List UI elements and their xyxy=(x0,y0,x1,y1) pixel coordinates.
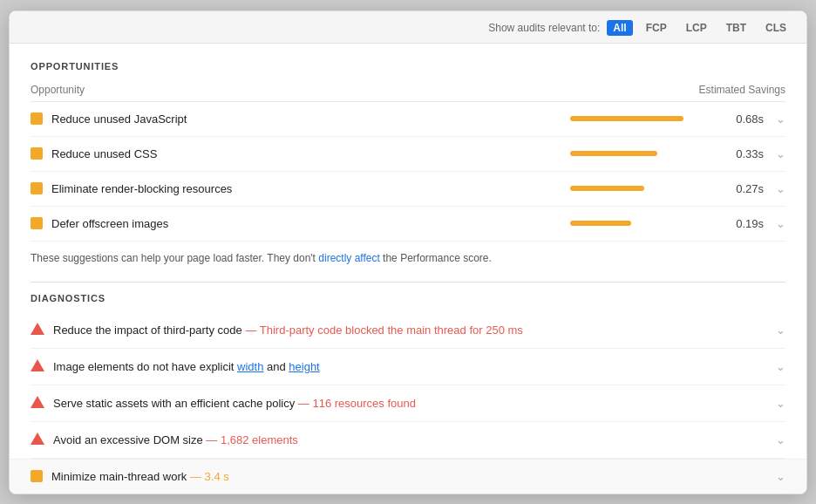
orange-square-icon xyxy=(31,470,43,482)
opp-bar-2 xyxy=(570,151,657,156)
suggestions-text: These suggestions can help your page loa… xyxy=(31,242,785,271)
opp-icon-2 xyxy=(31,147,43,160)
diag-chevron-2: ⌄ xyxy=(776,360,785,373)
col-opportunity: Opportunity xyxy=(31,84,85,96)
bottom-label: Minimize main-thread work — 3.4 s xyxy=(51,470,764,483)
diag-chevron-3: ⌄ xyxy=(776,397,785,410)
opp-bar-container-2 xyxy=(570,151,710,156)
top-bar: Show audits relevant to: All FCP LCP TBT… xyxy=(10,11,806,44)
filter-tbt[interactable]: TBT xyxy=(720,20,752,36)
opp-label-2: Reduce unused CSS xyxy=(51,147,561,160)
red-triangle-icon-1 xyxy=(31,323,44,337)
filter-cls[interactable]: CLS xyxy=(759,20,792,36)
chevron-icon-4: ⌄ xyxy=(776,217,785,230)
diag-row-3[interactable]: Serve static assets with an efficient ca… xyxy=(31,385,785,422)
diag-row-2[interactable]: Image elements do not have explicit widt… xyxy=(31,349,785,385)
red-triangle-icon-2 xyxy=(31,359,44,374)
opp-label-4: Defer offscreen images xyxy=(51,217,561,230)
opportunities-title: OPPORTUNITIES xyxy=(31,61,785,72)
diag-row-1[interactable]: Reduce the impact of third-party code — … xyxy=(31,312,785,349)
opp-savings-3: 0.27s xyxy=(725,182,764,195)
opp-icon-3 xyxy=(31,182,43,194)
chevron-icon-2: ⌄ xyxy=(776,147,785,160)
filter-fcp[interactable]: FCP xyxy=(640,20,673,36)
chevron-icon-1: ⌄ xyxy=(776,112,785,126)
filter-all[interactable]: All xyxy=(607,20,632,36)
diag-chevron-4: ⌄ xyxy=(776,433,785,446)
opp-icon-4 xyxy=(31,217,43,229)
diag-suffix-4: — 1,682 elements xyxy=(203,433,298,446)
bottom-row[interactable]: Minimize main-thread work — 3.4 s ⌄ xyxy=(10,459,806,494)
opp-savings-2: 0.33s xyxy=(725,147,764,160)
diag-chevron-1: ⌄ xyxy=(776,324,785,337)
opp-savings-4: 0.19s xyxy=(725,217,764,230)
diag-row-4[interactable]: Avoid an excessive DOM size — 1,682 elem… xyxy=(31,422,785,459)
col-savings: Estimated Savings xyxy=(699,84,785,96)
main-window: Show audits relevant to: All FCP LCP TBT… xyxy=(9,10,807,494)
red-triangle-icon-4 xyxy=(31,432,44,447)
diag-suffix-3: — 116 resources found xyxy=(295,397,416,410)
opp-bar-container-3 xyxy=(570,186,710,191)
diagnostics-section: DIAGNOSTICS Reduce the impact of third-p… xyxy=(31,293,785,459)
opp-bar-4 xyxy=(570,221,631,226)
opp-row-4[interactable]: Defer offscreen images 0.19s ⌄ xyxy=(31,207,785,242)
audits-label: Show audits relevant to: xyxy=(488,22,600,34)
chevron-icon-3: ⌄ xyxy=(776,182,785,195)
width-link[interactable]: width xyxy=(237,360,263,373)
diag-label-4: Avoid an excessive DOM size — 1,682 elem… xyxy=(53,433,764,446)
height-link[interactable]: height xyxy=(289,360,319,373)
filter-lcp[interactable]: LCP xyxy=(680,20,713,36)
bottom-suffix: — 3.4 s xyxy=(187,470,228,483)
red-triangle-icon-3 xyxy=(31,396,44,411)
opp-row-1[interactable]: Reduce unused JavaScript 0.68s ⌄ xyxy=(31,102,785,137)
opportunities-section: OPPORTUNITIES Opportunity Estimated Savi… xyxy=(31,61,785,271)
opp-icon-1 xyxy=(31,112,43,125)
opp-bar-container-4 xyxy=(570,221,710,226)
diag-label-2: Image elements do not have explicit widt… xyxy=(53,360,764,373)
section-divider xyxy=(31,282,785,283)
opp-row-3[interactable]: Eliminate render-blocking resources 0.27… xyxy=(31,172,785,207)
diag-label-1: Reduce the impact of third-party code — … xyxy=(53,324,764,337)
table-header: Opportunity Estimated Savings xyxy=(31,80,785,102)
diag-suffix-1: — Third-party code blocked the main thre… xyxy=(242,324,523,337)
diag-label-3: Serve static assets with an efficient ca… xyxy=(53,397,764,410)
content-area: OPPORTUNITIES Opportunity Estimated Savi… xyxy=(10,44,806,459)
diagnostics-title: DIAGNOSTICS xyxy=(31,293,785,303)
opp-savings-1: 0.68s xyxy=(725,112,764,126)
opp-label-3: Eliminate render-blocking resources xyxy=(51,182,561,195)
bottom-chevron: ⌄ xyxy=(776,470,785,483)
opp-bar-container-1 xyxy=(570,116,710,121)
opp-row-2[interactable]: Reduce unused CSS 0.33s ⌄ xyxy=(31,137,785,172)
opp-label-1: Reduce unused JavaScript xyxy=(51,112,561,126)
opp-bar-1 xyxy=(570,116,683,121)
opp-bar-3 xyxy=(570,186,644,191)
directly-affect-link[interactable]: directly affect xyxy=(318,252,379,264)
